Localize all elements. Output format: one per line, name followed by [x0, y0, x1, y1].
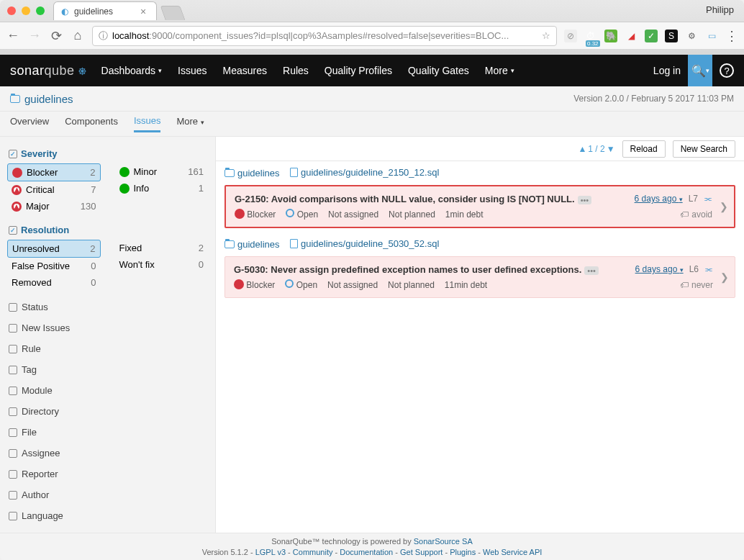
footer-link[interactable]: Documentation [340, 548, 393, 556]
login-link[interactable]: Log in [653, 65, 681, 76]
footer-link[interactable]: LGPL v3 [255, 548, 286, 556]
issue-tags[interactable]: 🏷 avoid [680, 209, 712, 220]
assignee[interactable]: Not assigned [327, 280, 378, 290]
status-badge[interactable]: Open [286, 209, 318, 220]
reload-button[interactable]: ⟳ [49, 28, 63, 44]
nav-dashboards[interactable]: Dashboards ▾ [101, 65, 163, 76]
zoom-window-button[interactable] [36, 6, 45, 15]
severity-badge[interactable]: Blocker [235, 209, 276, 220]
extension-icon[interactable]: ⊘ [564, 30, 577, 42]
facet-rule[interactable]: Rule [7, 338, 208, 359]
chevron-right-icon[interactable]: ❯ [720, 201, 728, 212]
facet-reporter[interactable]: Reporter [7, 464, 208, 484]
facet-item-false-positive[interactable]: False Positive0 [7, 258, 101, 274]
file-link[interactable]: guidelines/guideline_2150_12.sql [290, 167, 439, 178]
facet-file[interactable]: File [7, 422, 208, 443]
minimize-window-button[interactable] [22, 6, 30, 15]
facet-severity-header[interactable]: Severity [7, 144, 208, 163]
close-tab-icon[interactable]: × [140, 6, 146, 17]
facet-item-fixed[interactable]: Fixed2 [115, 240, 209, 256]
project-name[interactable]: guidelines [10, 93, 73, 105]
more-icon[interactable]: ••• [578, 196, 592, 204]
nav-quality-gates[interactable]: Quality Gates [408, 65, 469, 76]
content: Severity Blocker2Critical7Major130Minor1… [0, 137, 744, 533]
facet-tag[interactable]: Tag [7, 359, 208, 380]
close-window-button[interactable] [7, 6, 16, 15]
sonarsource-link[interactable]: SonarSource SA [414, 537, 473, 546]
browser-toolbar: ← → ⟳ ⌂ ⓘ localhost:9000/component_issue… [0, 22, 744, 49]
assignee[interactable]: Not assigned [328, 209, 378, 220]
facet-item-major[interactable]: Major130 [7, 198, 101, 214]
status-badge[interactable]: Open [285, 279, 317, 290]
plan[interactable]: Not planned [388, 280, 435, 290]
facet-status[interactable]: Status [7, 297, 208, 317]
issue-age[interactable]: 6 days ago ▾ [635, 264, 684, 274]
chevron-right-icon[interactable]: ❯ [720, 271, 729, 283]
search-button[interactable]: 🔍▾ [688, 55, 712, 86]
profile-name[interactable]: Philipp [706, 4, 734, 15]
footer-link[interactable]: Web Service API [483, 548, 542, 556]
footer-link[interactable]: Get Support [400, 548, 443, 556]
facet-item-wont-fix[interactable]: Won't fix0 [115, 256, 209, 273]
footer-link[interactable]: Plugins [450, 548, 476, 556]
facet-item-info[interactable]: Info1 [115, 180, 209, 197]
address-bar[interactable]: ⓘ localhost:9000/component_issues?id=pls… [92, 26, 557, 46]
help-icon[interactable]: ? [720, 63, 734, 78]
browser-tab[interactable]: ◐ guidelines × [53, 1, 157, 20]
project-link[interactable]: guidelines [224, 168, 280, 179]
link-icon[interactable]: ⫘ [704, 194, 712, 204]
facet-item-unresolved[interactable]: Unresolved2 [7, 240, 101, 258]
extension-icon[interactable]: ▭ [705, 30, 718, 42]
facet-item-critical[interactable]: Critical7 [7, 181, 101, 198]
nav-more[interactable]: More ▾ [485, 65, 514, 76]
facet-resolution-header[interactable]: Resolution [7, 220, 208, 240]
project-link[interactable]: guidelines [224, 239, 280, 250]
extension-icon[interactable]: 🐘 [604, 30, 617, 42]
extension-icon[interactable]: ◢ [625, 30, 638, 42]
nav-issues[interactable]: Issues [178, 65, 207, 76]
new-tab-button[interactable] [160, 6, 186, 20]
extension-icon[interactable]: ⚙ [685, 30, 698, 42]
nav-rules[interactable]: Rules [283, 65, 309, 76]
facet-item-removed[interactable]: Removed0 [7, 274, 101, 291]
extension-icon[interactable]: ✓ [645, 30, 658, 42]
tab-more[interactable]: More ▾ [176, 116, 204, 132]
issue-tags[interactable]: 🏷 never [680, 280, 713, 290]
footer-link[interactable]: Community [293, 548, 333, 556]
facet-author[interactable]: Author [7, 484, 208, 505]
facet-language[interactable]: Language [7, 505, 208, 526]
facet-item-blocker[interactable]: Blocker2 [7, 163, 101, 181]
facet-module[interactable]: Module [7, 380, 208, 401]
issue-card[interactable]: G-5030: Never assign predefined exceptio… [224, 256, 735, 298]
tab-overview[interactable]: Overview [10, 116, 49, 132]
tab-components[interactable]: Components [65, 116, 118, 132]
tab-issues[interactable]: Issues [134, 115, 161, 132]
checkbox-icon [9, 303, 17, 312]
checkbox-icon [9, 387, 17, 395]
extension-icon[interactable]: S [665, 30, 678, 42]
file-link[interactable]: guidelines/guideline_5030_52.sql [290, 238, 439, 249]
checkbox-icon [9, 533, 17, 533]
facet-new-issues[interactable]: New Issues [7, 317, 208, 338]
severity-badge[interactable]: Blocker [234, 279, 275, 290]
plan[interactable]: Not planned [389, 209, 435, 220]
back-button[interactable]: ← [6, 28, 20, 43]
browser-menu-icon[interactable]: ⋮ [725, 28, 738, 44]
issue-age[interactable]: 6 days ago ▾ [635, 194, 683, 204]
facet-item-minor[interactable]: Minor161 [115, 163, 209, 180]
facet-assignee[interactable]: Assignee [7, 443, 208, 464]
home-button[interactable]: ⌂ [71, 28, 85, 43]
bookmark-icon[interactable]: ☆ [542, 30, 550, 41]
more-icon[interactable]: ••• [584, 266, 599, 275]
link-icon[interactable]: ⫘ [704, 264, 713, 274]
facet-action-plan[interactable]: Action Plan [7, 526, 208, 533]
pager[interactable]: ▲1 / 2▼ [578, 144, 614, 154]
nav-measures[interactable]: Measures [223, 65, 267, 76]
issue-card[interactable]: G-2150: Avoid comparisons with NULL valu… [224, 185, 735, 228]
extension-icon[interactable]: ⏱0.32 [584, 30, 597, 42]
nav-quality-profiles[interactable]: Quality Profiles [325, 65, 392, 76]
reload-button[interactable]: Reload [622, 140, 666, 158]
facet-directory[interactable]: Directory [7, 401, 208, 422]
new-search-button[interactable]: New Search [673, 140, 735, 158]
sonarqube-logo[interactable]: sonarqube ⎈ [10, 63, 87, 78]
